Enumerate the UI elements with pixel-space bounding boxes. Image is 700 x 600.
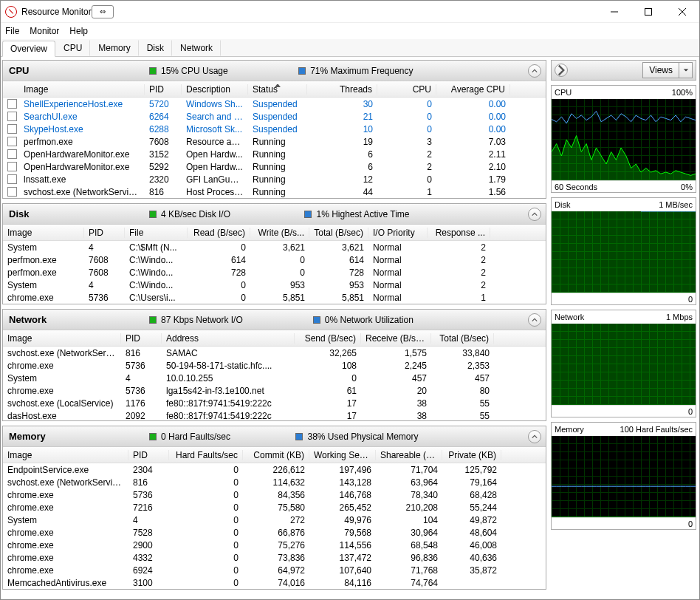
- column-header[interactable]: Image: [3, 333, 121, 344]
- column-header[interactable]: Address: [162, 333, 295, 344]
- table-row[interactable]: chrome.exe4332073,836137,47296,83640,636: [3, 551, 546, 564]
- column-header[interactable]: Total (B/sec): [309, 228, 368, 238]
- row-checkbox[interactable]: [7, 137, 17, 146]
- column-header[interactable]: Threads: [307, 84, 377, 95]
- column-header[interactable]: Send (B/sec): [295, 333, 361, 344]
- table-row[interactable]: MemcachedAntivirus.exe3100074,01684,1167…: [3, 576, 546, 589]
- row-checkbox[interactable]: [7, 124, 17, 134]
- column-header[interactable]: Write (B/s...: [250, 228, 309, 238]
- column-header[interactable]: Image: [3, 450, 128, 460]
- table-row[interactable]: OpenHardwareMonitor.exe5292Open Hardw...…: [3, 160, 546, 173]
- column-header[interactable]: Private (KB): [442, 450, 501, 460]
- cpu-table-header[interactable]: ImagePIDDescriptionStatusThreadsCPUAvera…: [3, 81, 546, 98]
- menu-file[interactable]: File: [5, 26, 19, 36]
- menu-monitor[interactable]: Monitor: [30, 26, 59, 36]
- table-row[interactable]: SkypeHost.exe6288Microsoft Sk...Suspende…: [3, 123, 546, 135]
- minimize-button[interactable]: [597, 1, 631, 23]
- network-table-header[interactable]: ImagePIDAddressSend (B/sec)Receive (B/se…: [3, 330, 546, 347]
- table-row[interactable]: SearchUI.exe6264Search and C...Suspended…: [3, 110, 546, 123]
- column-header[interactable]: Shareable (KB): [376, 450, 442, 460]
- memory-panel-header[interactable]: Memory 0 Hard Faults/sec 38% Used Physic…: [3, 426, 546, 447]
- tab-overview[interactable]: Overview: [2, 41, 55, 57]
- views-dropdown-button[interactable]: [679, 62, 693, 78]
- table-row[interactable]: chrome.exe6924064,972107,64071,76835,872: [3, 564, 546, 576]
- column-header[interactable]: PID: [145, 84, 182, 95]
- cpu-collapse-button[interactable]: [528, 64, 541, 78]
- disk-table-header[interactable]: ImagePIDFileRead (B/sec)Write (B/s...Tot…: [3, 225, 546, 241]
- table-row[interactable]: ShellExperienceHost.exe5720Windows Sh...…: [3, 98, 546, 110]
- menu-help[interactable]: Help: [69, 26, 88, 36]
- column-header[interactable]: PID: [84, 228, 125, 238]
- table-row[interactable]: perfmon.exe7608Resource an...Running1937…: [3, 135, 546, 148]
- disk-panel-header[interactable]: Disk 4 KB/sec Disk I/O 1% Highest Active…: [3, 204, 546, 225]
- table-row[interactable]: lnssatt.exe2320GFI LanGuar...Running1201…: [3, 173, 546, 185]
- disk-table-body[interactable]: System4C:\$Mft (N...03,6213,621Normal2pe…: [3, 241, 546, 304]
- column-header[interactable]: Read (B/sec): [188, 228, 250, 238]
- table-row[interactable]: chrome.exe7528066,87679,56830,96448,604: [3, 526, 546, 539]
- cpu-table-body[interactable]: ShellExperienceHost.exe5720Windows Sh...…: [3, 98, 546, 198]
- column-header[interactable]: PID: [121, 333, 162, 344]
- column-header[interactable]: Receive (B/sec): [361, 333, 431, 344]
- cell: 0: [377, 112, 436, 122]
- table-row[interactable]: OpenHardwareMonitor.exe3152Open Hardw...…: [3, 148, 546, 160]
- table-row[interactable]: System4C:\$Mft (N...03,6213,621Normal2: [3, 241, 546, 253]
- column-header[interactable]: Image: [19, 84, 145, 95]
- table-row[interactable]: System410.0.10.2550457457: [3, 372, 546, 384]
- memory-table-header[interactable]: ImagePIDHard Faults/secCommit (KB)Workin…: [3, 447, 546, 463]
- table-row[interactable]: System4027249,97610449,872: [3, 514, 546, 526]
- row-checkbox[interactable]: [7, 162, 17, 171]
- tab-network[interactable]: Network: [172, 40, 221, 56]
- table-row[interactable]: perfmon.exe7608C:\Windo...7280728Normal2: [3, 266, 546, 279]
- table-row[interactable]: chrome.exe5736lga15s42-in-f3.1e100.net61…: [3, 384, 546, 397]
- column-header[interactable]: Working Set ...: [309, 450, 376, 460]
- table-row[interactable]: chrome.exe7216075,580265,452210,20855,24…: [3, 501, 546, 514]
- column-header[interactable]: Total (B/sec): [431, 333, 494, 344]
- table-row[interactable]: svchost.exe (NetworkService)8160114,6321…: [3, 476, 546, 488]
- column-header[interactable]: Average CPU: [436, 84, 510, 95]
- charts-expand-button[interactable]: [555, 64, 568, 77]
- network-table-body[interactable]: svchost.exe (NetworkService)816SAMAC32,2…: [3, 347, 546, 420]
- column-header[interactable]: Status: [248, 84, 307, 95]
- cpu-panel-header[interactable]: CPU 15% CPU Usage 71% Maximum Frequency: [3, 61, 546, 81]
- disk-collapse-button[interactable]: [528, 208, 541, 221]
- table-row[interactable]: chrome.exe5736C:\Users\i...05,8515,851No…: [3, 291, 546, 304]
- charts-sidebar: Views CPU100%60 Seconds0%Disk1 MB/sec0Ne…: [548, 57, 699, 599]
- network-collapse-button[interactable]: [528, 313, 541, 327]
- network-panel-header[interactable]: Network 87 Kbps Network I/O 0% Network U…: [3, 310, 546, 330]
- memory-table-body[interactable]: EndpointService.exe23040226,612197,49671…: [3, 463, 546, 589]
- column-header[interactable]: Response ...: [428, 228, 490, 238]
- table-row[interactable]: chrome.exe2900075,276114,55668,54846,008: [3, 539, 546, 551]
- column-header[interactable]: PID: [128, 450, 169, 460]
- column-header[interactable]: Image: [3, 228, 84, 238]
- tab-cpu[interactable]: CPU: [55, 40, 90, 56]
- row-checkbox[interactable]: [7, 99, 17, 109]
- row-checkbox[interactable]: [7, 187, 17, 197]
- column-header[interactable]: File: [125, 228, 188, 238]
- close-button[interactable]: [665, 1, 699, 23]
- tab-disk[interactable]: Disk: [139, 40, 172, 56]
- table-row[interactable]: svchost.exe (NetworkService)816SAMAC32,2…: [3, 347, 546, 359]
- table-row[interactable]: dasHost.exe2092fe80::817f:9741:5419:222c…: [3, 409, 546, 420]
- tab-memory[interactable]: Memory: [90, 40, 138, 56]
- table-row[interactable]: svchost.exe (NetworkService)816Host Proc…: [3, 185, 546, 198]
- column-header[interactable]: Hard Faults/sec: [169, 450, 243, 460]
- table-row[interactable]: chrome.exe5736084,356146,76878,34068,428: [3, 488, 546, 501]
- maximize-button[interactable]: [631, 1, 665, 23]
- column-header[interactable]: Description: [182, 84, 248, 95]
- memory-collapse-button[interactable]: [528, 430, 541, 443]
- table-row[interactable]: svchost.exe (LocalService)1176fe80::817f…: [3, 397, 546, 409]
- cell: Resource an...: [182, 137, 248, 147]
- row-checkbox[interactable]: [7, 149, 17, 159]
- cell: Normal: [368, 242, 428, 253]
- table-row[interactable]: chrome.exe573650-194-58-171-static.hfc..…: [3, 359, 546, 372]
- table-row[interactable]: System4C:\Windo...0953953Normal2: [3, 279, 546, 291]
- restore-drag-icon[interactable]: ⇔: [92, 5, 114, 18]
- column-header[interactable]: CPU: [377, 84, 436, 95]
- views-button[interactable]: Views: [642, 62, 679, 78]
- column-header[interactable]: I/O Priority: [368, 228, 428, 238]
- table-row[interactable]: EndpointService.exe23040226,612197,49671…: [3, 463, 546, 476]
- row-checkbox[interactable]: [7, 112, 17, 121]
- row-checkbox[interactable]: [7, 174, 17, 184]
- table-row[interactable]: perfmon.exe7608C:\Windo...6140614Normal2: [3, 253, 546, 266]
- column-header[interactable]: Commit (KB): [243, 450, 309, 460]
